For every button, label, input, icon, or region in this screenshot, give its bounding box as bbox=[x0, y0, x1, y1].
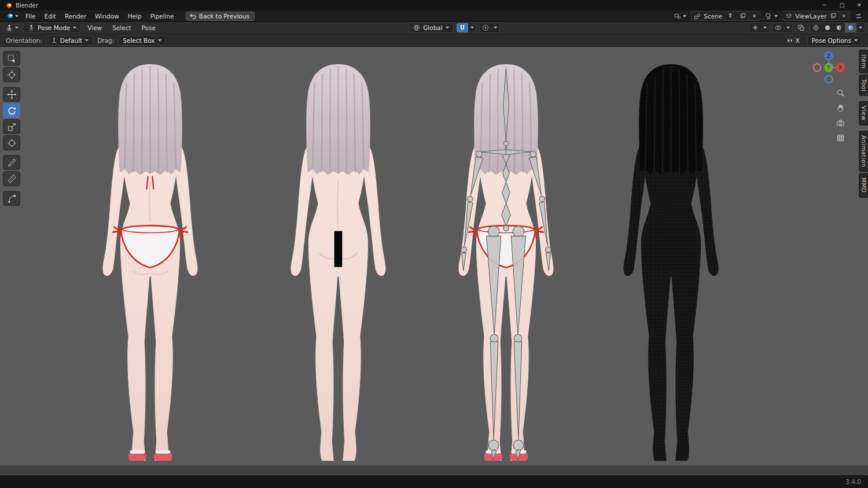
gizmos-control bbox=[749, 23, 770, 33]
menu-pipeline[interactable]: Pipeline bbox=[146, 12, 178, 20]
toolbar bbox=[3, 51, 20, 206]
character-model-armature[interactable] bbox=[416, 61, 596, 465]
mode-dropdown[interactable]: Pose Mode bbox=[23, 23, 81, 33]
tool-select-box[interactable] bbox=[3, 51, 20, 66]
mirror-x-toggle[interactable]: X bbox=[783, 35, 803, 46]
scene-selector[interactable]: Scene ✕ bbox=[691, 11, 760, 21]
snap-toggle-button[interactable] bbox=[457, 23, 468, 32]
tool-rotate[interactable] bbox=[3, 103, 20, 118]
new-viewlayer-icon[interactable] bbox=[829, 13, 837, 20]
maximize-button[interactable]: □ bbox=[833, 0, 851, 10]
close-button[interactable]: ✕ bbox=[851, 0, 868, 10]
chevron-down-icon bbox=[158, 39, 161, 42]
tool-measure[interactable] bbox=[3, 171, 20, 186]
tool-scale[interactable] bbox=[3, 119, 20, 134]
tool-settings-bar: Orientation: Default Drag: Select Box X … bbox=[0, 34, 868, 47]
back-to-previous-button[interactable]: Back to Previous bbox=[186, 12, 255, 21]
sidebar-tabs: Item Tool View Animation MMD bbox=[859, 50, 868, 198]
xray-toggle-button[interactable] bbox=[795, 24, 807, 32]
shading-dropdown-button[interactable] bbox=[856, 23, 865, 32]
menu-select[interactable]: Select bbox=[108, 24, 135, 32]
pin-icon[interactable] bbox=[726, 13, 734, 20]
chevron-down-icon bbox=[859, 27, 862, 29]
gizmo-negative-z[interactable] bbox=[825, 76, 833, 83]
tool-annotate[interactable] bbox=[3, 155, 20, 170]
chevron-down-icon bbox=[470, 27, 474, 29]
tool-pose-breakdowner[interactable] bbox=[3, 191, 20, 206]
transform-orientation-dropdown[interactable]: Global bbox=[409, 23, 454, 33]
solid-sphere-icon bbox=[824, 24, 831, 31]
tab-view[interactable]: View bbox=[859, 101, 868, 125]
overlays-dropdown-button[interactable] bbox=[784, 23, 792, 32]
menu-view[interactable]: View bbox=[83, 24, 106, 32]
toggle-perspective-button[interactable] bbox=[835, 132, 845, 143]
proportional-falloff-button[interactable] bbox=[491, 23, 499, 32]
shading-wireframe-button[interactable] bbox=[810, 23, 822, 32]
new-scene-icon[interactable] bbox=[739, 13, 747, 20]
pose-options-dropdown[interactable]: Pose Options bbox=[807, 35, 862, 46]
menu-file[interactable]: File bbox=[21, 12, 40, 20]
scene-icon bbox=[694, 13, 701, 20]
navigation-gizmo[interactable]: Z Y X bbox=[810, 49, 847, 86]
extra-viewlayer-button[interactable] bbox=[852, 12, 865, 20]
chevron-down-icon bbox=[85, 39, 89, 42]
window-controls: ─ □ ✕ bbox=[816, 0, 868, 10]
blender-icon bbox=[6, 13, 13, 19]
shading-material-button[interactable] bbox=[833, 23, 845, 32]
remove-viewlayer-button[interactable]: ✕ bbox=[840, 13, 847, 19]
menu-pose[interactable]: Pose bbox=[138, 24, 160, 32]
character-model-nude[interactable] bbox=[248, 61, 428, 465]
scene-name: Scene bbox=[704, 13, 722, 20]
zoom-button[interactable] bbox=[835, 87, 845, 98]
tab-tool[interactable]: Tool bbox=[859, 75, 868, 96]
minimize-button[interactable]: ─ bbox=[816, 0, 833, 10]
chevron-down-icon bbox=[73, 27, 76, 29]
menu-edit[interactable]: Edit bbox=[41, 12, 60, 20]
viewport-editor-icon bbox=[5, 24, 13, 32]
viewlayer-browse-button[interactable] bbox=[763, 12, 780, 20]
tool-transform[interactable] bbox=[3, 135, 20, 150]
censor-bar bbox=[334, 231, 343, 267]
grid-icon bbox=[836, 134, 845, 142]
shading-rendered-button[interactable] bbox=[845, 23, 856, 32]
viewport-3d[interactable]: Z Y X Item Tool View Animation MMD bbox=[0, 47, 868, 475]
menu-window[interactable]: Window bbox=[91, 12, 123, 20]
chevron-down-icon bbox=[774, 15, 778, 17]
proportional-edit-button[interactable] bbox=[480, 23, 491, 32]
orientation-dropdown[interactable]: Default bbox=[46, 35, 93, 46]
app-menu-button[interactable] bbox=[3, 12, 21, 20]
camera-view-button[interactable] bbox=[835, 117, 845, 128]
hand-icon bbox=[836, 103, 845, 112]
menu-render[interactable]: Render bbox=[61, 12, 90, 20]
show-overlays-button[interactable] bbox=[773, 23, 784, 32]
viewlayer-browse-icon bbox=[765, 13, 773, 20]
tab-animation[interactable]: Animation bbox=[859, 131, 868, 172]
tab-item[interactable]: Item bbox=[859, 50, 868, 73]
gizmos-dropdown-button[interactable] bbox=[761, 23, 769, 32]
blender-window: Blender ─ □ ✕ File Edit Render Window He… bbox=[0, 0, 868, 488]
unlink-scene-button[interactable]: ✕ bbox=[751, 13, 758, 19]
gizmo-y-label: Y bbox=[827, 65, 830, 71]
character-model-wireframe[interactable] bbox=[581, 61, 761, 465]
show-gizmos-button[interactable] bbox=[749, 23, 761, 32]
camera-icon bbox=[836, 119, 845, 127]
back-arrow-icon bbox=[189, 13, 196, 19]
gizmo-icon bbox=[752, 24, 759, 31]
tool-move[interactable] bbox=[3, 87, 20, 102]
chevron-down-icon bbox=[15, 15, 19, 17]
shading-solid-button[interactable] bbox=[822, 23, 833, 32]
viewlayer-selector[interactable]: ViewLayer ✕ bbox=[782, 11, 850, 21]
magnifier-icon bbox=[836, 88, 845, 97]
tab-mmd[interactable]: MMD bbox=[859, 173, 868, 197]
drag-dropdown[interactable]: Select Box bbox=[118, 35, 165, 46]
tool-cursor[interactable] bbox=[3, 67, 20, 82]
xray-icon bbox=[797, 24, 805, 31]
menu-help[interactable]: Help bbox=[124, 12, 146, 20]
gizmo-negative-x[interactable] bbox=[814, 64, 821, 72]
pan-button[interactable] bbox=[835, 102, 845, 113]
character-model-bikini[interactable] bbox=[60, 61, 240, 465]
viewlayer-name: ViewLayer bbox=[795, 13, 826, 20]
scene-browse-button[interactable] bbox=[671, 12, 689, 20]
editor-type-button[interactable] bbox=[3, 24, 21, 32]
snap-settings-button[interactable] bbox=[468, 23, 476, 32]
